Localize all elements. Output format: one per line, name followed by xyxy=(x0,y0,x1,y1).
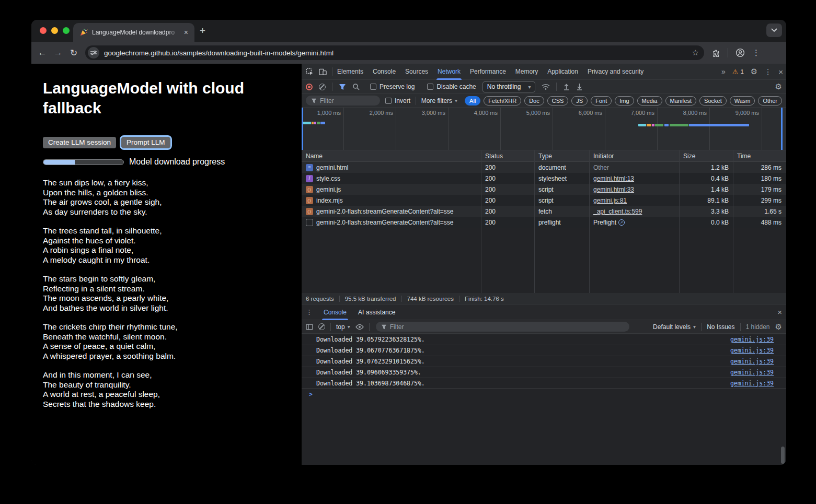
preflight-info-icon[interactable]: ↗ xyxy=(618,219,625,226)
invert-checkbox[interactable]: Invert xyxy=(385,97,410,104)
browser-menu-icon[interactable]: ⋮ xyxy=(752,48,760,57)
zoom-window-button[interactable] xyxy=(63,27,70,34)
console-source-link[interactable]: gemini.js:39 xyxy=(730,380,774,387)
network-request-row[interactable]: ()index.mjs200scriptgemini.js:8189.1 kB2… xyxy=(302,195,786,206)
search-icon[interactable] xyxy=(352,83,360,90)
filter-chip-socket[interactable]: Socket xyxy=(699,96,727,106)
filter-chip-fetchxhr[interactable]: Fetch/XHR xyxy=(484,96,521,106)
filter-chip-js[interactable]: JS xyxy=(571,96,588,106)
filter-chip-other[interactable]: Other xyxy=(758,96,782,106)
console-levels-dropdown[interactable]: Default levels ▾ xyxy=(653,323,696,331)
live-expression-eye-icon[interactable] xyxy=(355,324,364,330)
bookmark-star-icon[interactable]: ☆ xyxy=(692,48,699,57)
filter-chip-img[interactable]: Img xyxy=(615,96,634,106)
overview-selection-handle[interactable] xyxy=(302,108,303,150)
back-button[interactable]: ← xyxy=(35,48,50,58)
devtools-tab-privacy-and-security[interactable]: Privacy and security xyxy=(583,64,648,80)
create-llm-session-button[interactable]: Create LLM session xyxy=(43,137,116,148)
column-header-status[interactable]: Status xyxy=(481,150,534,161)
filter-chip-wasm[interactable]: Wasm xyxy=(730,96,755,106)
network-request-row[interactable]: /style.css200stylesheetgemini.html:130.4… xyxy=(302,173,786,184)
waterfall-bar-segment xyxy=(320,122,325,124)
divider xyxy=(740,323,741,331)
network-request-row[interactable]: ()gemini-2.0-flash:streamGenerateContent… xyxy=(302,206,786,217)
console-sidebar-toggle-icon[interactable] xyxy=(306,324,313,330)
column-header-size[interactable]: Size xyxy=(679,150,733,161)
drawer-tab-ai-assistance[interactable]: AI assistance xyxy=(352,304,401,320)
close-window-button[interactable] xyxy=(40,27,47,34)
console-source-link[interactable]: gemini.js:39 xyxy=(730,369,774,376)
overview-selection-handle[interactable] xyxy=(781,108,783,150)
console-source-link[interactable]: gemini.js:39 xyxy=(730,347,774,354)
clear-console-icon[interactable] xyxy=(318,323,325,330)
initiator-link[interactable]: gemini.js:81 xyxy=(593,197,627,204)
devtools-tab-sources[interactable]: Sources xyxy=(400,64,433,80)
devtools-settings-icon[interactable]: ⚙ xyxy=(751,67,757,76)
initiator-link[interactable]: gemini.html:33 xyxy=(593,186,634,193)
record-network-log-button[interactable] xyxy=(306,84,313,90)
reload-button[interactable]: ↻ xyxy=(66,48,82,58)
filter-chip-css[interactable]: CSS xyxy=(547,96,569,106)
console-prompt[interactable]: > xyxy=(302,389,786,400)
tab-search-button[interactable] xyxy=(766,24,782,37)
import-har-icon[interactable] xyxy=(563,83,570,90)
minimize-window-button[interactable] xyxy=(51,27,58,34)
filter-chip-manifest[interactable]: Manifest xyxy=(665,96,697,106)
clear-network-log-icon[interactable] xyxy=(319,84,326,90)
console-settings-icon[interactable]: ⚙ xyxy=(775,322,782,332)
console-context-select[interactable]: top ▾ xyxy=(336,323,350,331)
devtools-tab-network[interactable]: Network xyxy=(433,64,465,80)
console-filter-input[interactable]: Filter xyxy=(376,322,629,332)
console-scrollbar-thumb[interactable] xyxy=(781,447,785,464)
filter-funnel-icon[interactable] xyxy=(339,84,346,90)
devtools-tab-performance[interactable]: Performance xyxy=(465,64,511,80)
initiator-link[interactable]: _api_client.ts:599 xyxy=(593,208,642,215)
devtools-tab-console[interactable]: Console xyxy=(368,64,400,80)
network-settings-icon[interactable]: ⚙ xyxy=(775,82,782,91)
filter-chip-media[interactable]: Media xyxy=(637,96,662,106)
network-request-row[interactable]: gemini-2.0-flash:streamGenerateContent?a… xyxy=(302,217,786,228)
network-request-row[interactable]: ≡gemini.html200documentOther1.2 kB286 ms xyxy=(302,162,786,173)
network-request-row[interactable]: ()gemini.js200scriptgemini.html:331.4 kB… xyxy=(302,184,786,195)
preserve-log-checkbox[interactable]: Preserve log xyxy=(370,83,415,90)
column-header-type[interactable]: Type xyxy=(534,150,589,161)
drawer-tab-console[interactable]: Console xyxy=(318,304,352,320)
console-source-link[interactable]: gemini.js:39 xyxy=(730,358,774,365)
drawer-close-icon[interactable]: × xyxy=(777,308,782,317)
export-har-icon[interactable] xyxy=(576,83,583,90)
devtools-tab-elements[interactable]: Elements xyxy=(332,64,368,80)
site-settings-icon[interactable] xyxy=(88,47,99,58)
extensions-puzzle-icon[interactable] xyxy=(711,49,720,57)
network-conditions-icon[interactable] xyxy=(542,84,550,90)
more-filters-dropdown[interactable]: More filters ▾ xyxy=(421,97,457,104)
network-filter-input[interactable]: Filter xyxy=(306,96,380,106)
disable-cache-checkbox[interactable]: Disable cache xyxy=(427,83,476,90)
column-header-time[interactable]: Time xyxy=(733,150,786,161)
issues-warning-badge[interactable]: ⚠ 1 xyxy=(732,68,744,75)
inspect-element-icon[interactable] xyxy=(306,68,314,76)
device-toolbar-icon[interactable] xyxy=(319,68,327,76)
console-source-link[interactable]: gemini.js:39 xyxy=(730,336,774,343)
devtools-close-icon[interactable]: × xyxy=(778,67,783,76)
no-issues-label[interactable]: No Issues xyxy=(707,323,734,331)
new-tab-button[interactable]: + xyxy=(200,26,205,36)
forward-button[interactable]: → xyxy=(50,48,66,58)
browser-tab[interactable]: LanguageModel downloadpro × xyxy=(73,23,194,42)
devtools-tab-application[interactable]: Application xyxy=(543,64,583,80)
more-tabs-icon[interactable]: » xyxy=(721,67,726,76)
prompt-llm-button[interactable]: Prompt LLM xyxy=(121,137,170,148)
column-header-name[interactable]: Name xyxy=(302,150,481,161)
drawer-menu-icon[interactable]: ⋮ xyxy=(306,308,313,316)
throttling-select[interactable]: No throttling ▾ xyxy=(482,81,536,92)
filter-chip-doc[interactable]: Doc xyxy=(524,96,544,106)
tab-close-icon[interactable]: × xyxy=(182,28,190,37)
column-header-initiator[interactable]: Initiator xyxy=(589,150,679,161)
filter-chip-font[interactable]: Font xyxy=(591,96,612,106)
network-overview-timeline[interactable]: 1,000 ms2,000 ms3,000 ms4,000 ms5,000 ms… xyxy=(302,108,786,150)
address-bar[interactable]: googlechrome.github.io/samples/downloadi… xyxy=(85,45,704,60)
devtools-tab-memory[interactable]: Memory xyxy=(511,64,543,80)
profile-avatar-icon[interactable] xyxy=(735,48,745,57)
initiator-link[interactable]: gemini.html:13 xyxy=(593,175,634,182)
filter-chip-all[interactable]: All xyxy=(465,96,480,106)
devtools-menu-icon[interactable]: ⋮ xyxy=(764,67,772,76)
